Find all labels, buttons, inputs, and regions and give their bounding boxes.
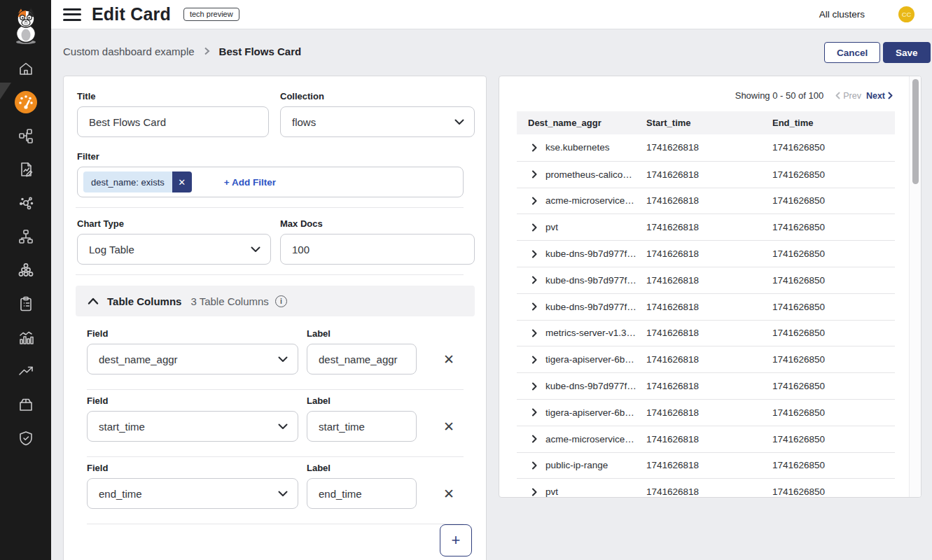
column-label-input[interactable] xyxy=(307,344,417,374)
policies-document-icon xyxy=(18,161,34,178)
save-button[interactable]: Save xyxy=(883,42,931,63)
expand-row-button[interactable] xyxy=(531,329,545,337)
expand-row-button[interactable] xyxy=(531,408,545,416)
table-row[interactable]: tigera-apiserver-6b… 1741626818 17416268… xyxy=(517,399,895,426)
dashboard-gauge-icon xyxy=(14,90,38,114)
cell-end-time: 1741626850 xyxy=(772,381,895,391)
column-header-end-time: End_time xyxy=(772,118,895,128)
cell-end-time: 1741626850 xyxy=(772,275,895,286)
cell-dest-name-aggr: acme-microservice… xyxy=(545,195,646,206)
chevron-right-icon xyxy=(531,329,537,337)
cell-start-time: 1741626818 xyxy=(646,222,772,232)
filter-box[interactable]: dest_name: exists ✕ + Add Filter xyxy=(77,167,464,197)
chevron-right-icon xyxy=(531,435,537,443)
field-select[interactable]: dest_name_aggr xyxy=(87,344,298,374)
filter-chip: dest_name: exists ✕ xyxy=(83,172,192,192)
sidebar-item-policies[interactable] xyxy=(0,153,51,186)
label-label: Label xyxy=(307,396,331,406)
expand-row-button[interactable] xyxy=(531,276,545,284)
sidebar-item-endpoints[interactable] xyxy=(0,119,51,153)
sidebar-item-packages[interactable] xyxy=(0,388,51,421)
expand-row-button[interactable] xyxy=(531,197,545,205)
chevron-right-icon xyxy=(204,46,210,57)
sidebar-item-clusters[interactable] xyxy=(0,253,51,287)
collection-select[interactable]: flows xyxy=(280,106,475,137)
preview-scrollbar[interactable] xyxy=(909,76,921,497)
add-filter-link[interactable]: + Add Filter xyxy=(224,177,276,188)
endpoints-nodes-icon xyxy=(18,127,34,144)
remove-column-button[interactable]: ✕ xyxy=(439,416,459,436)
pagination-showing: Showing 0 - 50 of 100 xyxy=(735,90,823,101)
table-columns-section-header[interactable]: Table Columns 3 Table Columns i xyxy=(76,286,475,316)
expand-row-button[interactable] xyxy=(531,488,545,496)
expand-row-button[interactable] xyxy=(531,223,545,232)
calico-cat-logo-icon xyxy=(10,7,42,45)
field-select[interactable]: end_time xyxy=(87,478,298,509)
table-row[interactable]: tigera-apiserver-6b… 1741626818 17416268… xyxy=(517,346,895,372)
expand-row-button[interactable] xyxy=(531,302,545,311)
sidebar-item-service-graph[interactable] xyxy=(0,186,51,220)
cell-dest-name-aggr: kse.kubernetes xyxy=(545,142,646,153)
table-row[interactable]: kube-dns-9b7d977f… 1741626818 1741626850 xyxy=(517,372,895,399)
sidebar-item-threat-feeds[interactable] xyxy=(0,354,51,388)
add-column-button[interactable]: + xyxy=(440,524,472,556)
expand-row-button[interactable] xyxy=(531,250,545,258)
table-row[interactable]: kube-dns-9b7d977f… 1741626818 1741626850 xyxy=(517,267,895,293)
menu-hamburger-icon[interactable] xyxy=(63,8,81,22)
chevron-up-icon xyxy=(88,298,99,304)
expand-row-button[interactable] xyxy=(531,170,545,178)
sidebar-item-security-events[interactable] xyxy=(0,421,51,455)
expand-row-button[interactable] xyxy=(531,461,545,470)
cell-dest-name-aggr: prometheus-calico… xyxy=(545,169,646,180)
table-row[interactable]: public-ip-range 1741626818 1741626850 xyxy=(517,452,895,479)
remove-filter-button[interactable]: ✕ xyxy=(172,172,192,192)
chevron-right-icon xyxy=(531,461,537,470)
sidebar-item-logs[interactable] xyxy=(0,321,51,354)
cell-start-time: 1741626818 xyxy=(646,328,772,338)
table-row[interactable]: prometheus-calico… 1741626818 1741626850 xyxy=(517,161,895,188)
table-row[interactable]: pvt 1741626818 1741626850 xyxy=(517,214,895,240)
expand-row-button[interactable] xyxy=(531,382,545,391)
cell-start-time: 1741626818 xyxy=(646,275,772,286)
sidebar-item-network-topology[interactable] xyxy=(0,220,51,253)
table-row[interactable]: pvt 1741626818 1741626850 xyxy=(517,478,895,498)
column-header-dest-name-aggr: Dest_name_aggr xyxy=(528,118,646,128)
table-row[interactable]: kube-dns-9b7d977f… 1741626818 1741626850 xyxy=(517,293,895,320)
sidebar-item-home[interactable] xyxy=(0,52,51,85)
title-input[interactable] xyxy=(77,106,269,137)
table-row[interactable]: kube-dns-9b7d977f… 1741626818 1741626850 xyxy=(517,240,895,267)
sidebar-notch xyxy=(0,83,11,99)
expand-row-button[interactable] xyxy=(531,144,545,152)
table-column-row: Field dest_name_aggr Label ✕ xyxy=(76,323,475,390)
remove-column-button[interactable]: ✕ xyxy=(439,484,459,503)
app-logo[interactable] xyxy=(0,0,51,52)
prev-page-button[interactable]: Prev xyxy=(835,91,861,101)
field-select[interactable]: start_time xyxy=(87,411,298,442)
table-row[interactable]: acme-microservice… 1741626818 1741626850 xyxy=(517,188,895,214)
page-title: Edit Card xyxy=(92,4,171,24)
preview-table: Dest_name_aggr Start_time End_time kse.k… xyxy=(517,111,895,498)
clusters-honeycomb-icon xyxy=(18,262,34,279)
cancel-button[interactable]: Cancel xyxy=(824,42,880,63)
sidebar-item-compliance[interactable] xyxy=(0,287,51,321)
column-label-input[interactable] xyxy=(307,478,417,509)
table-row[interactable]: acme-microservice… 1741626818 1741626850 xyxy=(517,426,895,452)
chart-type-select[interactable]: Log Table xyxy=(77,234,271,265)
remove-column-button[interactable]: ✕ xyxy=(439,349,459,369)
chevron-right-icon xyxy=(531,488,537,496)
max-docs-input[interactable] xyxy=(280,234,475,265)
user-avatar[interactable]: CC xyxy=(898,6,914,22)
home-icon xyxy=(18,60,34,77)
cluster-selector[interactable]: All clusters xyxy=(819,9,865,20)
column-label-input[interactable] xyxy=(307,411,417,442)
breadcrumb-parent[interactable]: Custom dashboard example xyxy=(63,46,195,57)
preview-scrollbar-thumb[interactable] xyxy=(912,79,919,184)
expand-row-button[interactable] xyxy=(531,435,545,443)
cell-end-time: 1741626850 xyxy=(772,248,895,259)
cell-end-time: 1741626850 xyxy=(772,222,895,232)
table-row[interactable]: metrics-server-v1.3… 1741626818 17416268… xyxy=(517,320,895,346)
expand-row-button[interactable] xyxy=(531,356,545,364)
next-page-button[interactable]: Next xyxy=(866,91,893,101)
table-row[interactable]: kse.kubernetes 1741626818 1741626850 xyxy=(517,134,895,161)
cell-dest-name-aggr: tigera-apiserver-6b… xyxy=(545,407,646,418)
